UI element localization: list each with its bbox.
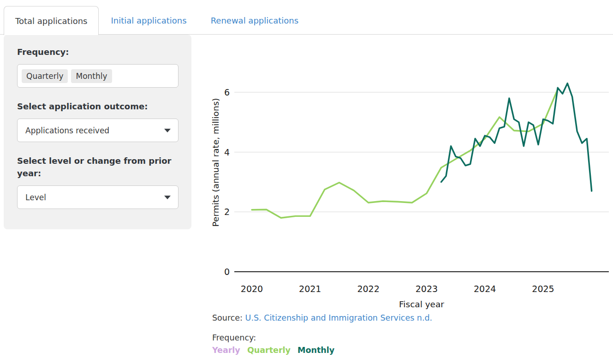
frequency-chip-monthly[interactable]: Monthly (71, 69, 112, 83)
frequency-chip-quarterly[interactable]: Quarterly (22, 69, 68, 83)
x-tick-label: 2022 (357, 284, 379, 294)
y-tick-label: 2 (224, 207, 230, 217)
legend-entry-yearly: Yearly (212, 346, 240, 355)
level-select[interactable]: Level (17, 185, 179, 209)
x-tick-label: 2020 (241, 284, 263, 294)
tab-bar: Total applications Initial applications … (0, 0, 613, 35)
filter-panel: Frequency: Quarterly Monthly Select appl… (4, 35, 191, 229)
chart-legend: Frequency: Yearly Quarterly Monthly (212, 333, 339, 355)
frequency-label: Frequency: (17, 46, 182, 58)
y-tick-label: 6 (224, 87, 230, 97)
x-tick-label: 2025 (532, 284, 554, 294)
chevron-down-icon (164, 196, 171, 199)
x-axis-title: Fiscal year (399, 299, 444, 309)
legend-entries: Yearly Quarterly Monthly (212, 346, 339, 355)
level-selected-value: Level (25, 193, 46, 202)
x-tick-label: 2021 (299, 284, 321, 294)
outcome-select[interactable]: Applications received (17, 119, 179, 142)
legend-title: Frequency: (212, 333, 339, 342)
source-line: Source: U.S. Citizenship and Immigration… (212, 313, 432, 322)
chevron-down-icon (164, 129, 171, 132)
frequency-multiselect[interactable]: Quarterly Monthly (17, 64, 179, 88)
x-tick-label: 2024 (474, 284, 496, 294)
chart-svg: 0246202020212022202320242025Permits (ann… (203, 60, 613, 311)
outcome-selected-value: Applications received (25, 126, 109, 135)
outcome-label: Select application outcome: (17, 100, 182, 113)
y-tick-label: 4 (224, 147, 230, 157)
tab-renewal-applications[interactable]: Renewal applications (199, 6, 310, 35)
chart-area: 0246202020212022202320242025Permits (ann… (203, 60, 613, 311)
y-axis-title: Permits (annual rate, millions) (211, 98, 220, 227)
y-tick-label: 0 (224, 267, 230, 277)
tab-total-applications[interactable]: Total applications (4, 6, 99, 35)
legend-entry-quarterly: Quarterly (247, 346, 291, 355)
level-label: Select level or change from prior year: (17, 155, 182, 179)
series-line-monthly (441, 84, 592, 191)
source-prefix: Source: (212, 313, 243, 322)
tab-initial-applications[interactable]: Initial applications (99, 6, 198, 35)
legend-entry-monthly: Monthly (298, 346, 334, 355)
x-tick-label: 2023 (416, 284, 438, 294)
source-link[interactable]: U.S. Citizenship and Immigration Service… (245, 313, 433, 322)
